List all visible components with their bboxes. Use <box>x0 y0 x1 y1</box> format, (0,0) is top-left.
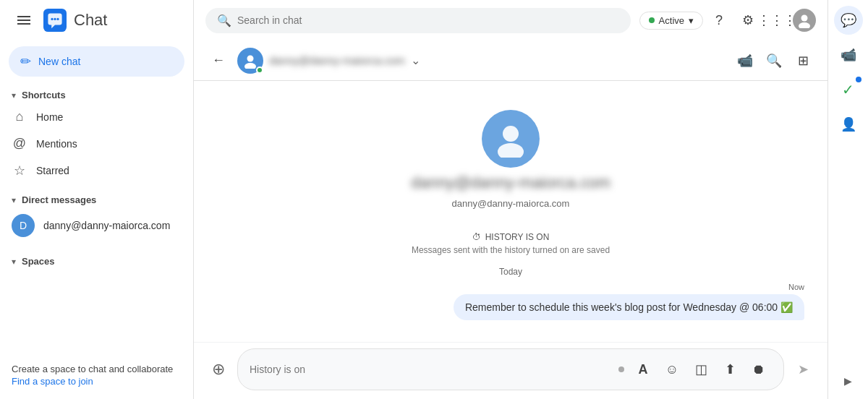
dm-avatar-danny: D <box>12 214 35 237</box>
messages-area: Now Remember to schedule this week's blo… <box>205 283 816 320</box>
right-sidebar-meet-button[interactable]: 📹 <box>834 40 863 69</box>
svg-point-8 <box>503 126 519 142</box>
upload-icon: ⬆ <box>725 361 736 377</box>
help-button[interactable]: ? <box>706 7 732 33</box>
svg-point-7 <box>244 63 256 69</box>
help-icon: ? <box>715 13 723 28</box>
app-title: Chat <box>74 11 107 30</box>
spaces-chevron-icon: ▾ <box>12 257 16 267</box>
top-bar: 🔍 Active ▾ ? ⚙ ⋮⋮⋮ <box>194 0 827 40</box>
apps-icon: ⋮⋮⋮ <box>757 12 796 28</box>
back-icon: ← <box>212 53 225 68</box>
find-space-link[interactable]: Find a space to join <box>12 376 93 387</box>
svg-point-1 <box>51 18 53 20</box>
history-on-row: ⏱ HISTORY IS ON <box>472 232 550 242</box>
status-chevron-icon: ▾ <box>689 15 694 26</box>
profile-avatar-large <box>482 110 540 168</box>
dm-name-danny: danny@danny-maiorca.com <box>43 220 170 231</box>
main-content: 🔍 Active ▾ ? ⚙ ⋮⋮⋮ <box>194 0 827 399</box>
app-logo-icon <box>43 9 67 32</box>
message-time: Now <box>788 283 804 291</box>
shortcuts-chevron-icon: ▾ <box>12 90 16 100</box>
mentions-label: Mentions <box>36 138 77 150</box>
search-icon: 🔍 <box>217 14 231 27</box>
sidebar-header: Chat <box>0 0 193 40</box>
input-right-icons: A ☺ ◫ ⬆ ⏺ <box>630 356 772 382</box>
history-sub-text: Messages sent with the history turned on… <box>412 245 610 255</box>
new-chat-icon: ✏ <box>20 53 31 69</box>
tasks-badge <box>856 77 861 82</box>
right-sidebar-expand[interactable]: ▶ <box>844 374 852 393</box>
right-sidebar-expand-icon: ▶ <box>844 375 852 387</box>
input-dot <box>618 366 624 372</box>
new-chat-label: New chat <box>38 56 80 67</box>
history-on-label: HISTORY IS ON <box>485 232 550 242</box>
shortcuts-label: Shortcuts <box>22 90 66 100</box>
user-avatar[interactable] <box>793 9 816 32</box>
sticker-icon: ◫ <box>695 361 707 377</box>
starred-label: Starred <box>36 165 69 176</box>
video-message-icon: ⏺ <box>752 362 765 377</box>
svg-point-6 <box>247 55 254 61</box>
right-sidebar-tasks-icon: ✓ <box>842 81 854 98</box>
today-label: Today <box>499 267 522 277</box>
mentions-icon: @ <box>12 136 27 151</box>
search-input[interactable] <box>237 14 619 26</box>
spaces-label: Spaces <box>22 256 55 267</box>
direct-messages-section-header[interactable]: ▾ Direct messages <box>0 187 193 208</box>
format-text-icon: A <box>639 362 648 377</box>
right-sidebar-people-icon: 👤 <box>841 116 856 132</box>
send-button[interactable]: ➤ <box>790 356 816 382</box>
svg-point-4 <box>801 15 808 22</box>
contact-status-dot <box>256 66 263 74</box>
right-sidebar-chat-icon: 💬 <box>841 12 856 28</box>
starred-icon: ☆ <box>12 163 27 179</box>
emoji-button[interactable]: ☺ <box>659 356 685 382</box>
back-button[interactable]: ← <box>205 48 231 74</box>
hamburger-menu-button[interactable] <box>12 8 36 33</box>
shortcuts-section-header[interactable]: ▾ Shortcuts <box>0 82 193 103</box>
new-chat-button[interactable]: ✏ New chat <box>9 46 184 77</box>
add-attachment-button[interactable]: ⊕ <box>205 356 231 382</box>
message-input[interactable] <box>250 364 613 375</box>
message-text: Remember to schedule this week's blog po… <box>465 301 793 313</box>
upload-button[interactable]: ⬆ <box>717 356 743 382</box>
video-call-button[interactable]: 📹 <box>732 48 758 74</box>
apps-button[interactable]: ⋮⋮⋮ <box>764 7 790 33</box>
contact-profile: danny@danny-maiorca.com danny@danny-maio… <box>411 93 610 220</box>
chat-header-actions: 📹 🔍 ⊞ <box>732 48 816 74</box>
profile-name-blurred: danny@danny-maiorca.com <box>411 173 610 192</box>
sidebar-item-starred[interactable]: ☆ Starred <box>0 157 184 184</box>
history-indicator: ⏱ HISTORY IS ON Messages sent with the h… <box>412 232 610 255</box>
chat-body: danny@danny-maiorca.com danny@danny-maio… <box>194 81 827 342</box>
user-avatar-icon <box>796 12 812 28</box>
status-pill[interactable]: Active ▾ <box>639 12 703 30</box>
message-input-box[interactable]: A ☺ ◫ ⬆ ⏺ <box>237 348 784 390</box>
search-box[interactable]: 🔍 <box>205 8 631 33</box>
right-sidebar-people-button[interactable]: 👤 <box>834 110 863 139</box>
sidebar-footer: Create a space to chat and collaborate F… <box>0 352 193 399</box>
spaces-section-header[interactable]: ▾ Spaces <box>0 249 193 270</box>
right-sidebar-chat-button[interactable]: 💬 <box>834 6 863 35</box>
dm-chevron-icon: ▾ <box>12 195 16 205</box>
svg-point-2 <box>54 18 56 20</box>
video-message-button[interactable]: ⏺ <box>746 356 772 382</box>
home-icon: ⌂ <box>12 109 27 124</box>
svg-point-9 <box>498 143 524 158</box>
dm-item-danny[interactable]: D danny@danny-maiorca.com <box>0 208 193 243</box>
profile-email: danny@danny-maiorca.com <box>452 198 570 209</box>
search-chat-button[interactable]: 🔍 <box>761 48 787 74</box>
right-sidebar-tasks-button[interactable]: ✓ <box>834 75 863 104</box>
sticker-button[interactable]: ◫ <box>688 356 714 382</box>
contact-expand-icon[interactable]: ⌄ <box>411 53 420 67</box>
sidebar-item-home[interactable]: ⌂ Home <box>0 103 184 130</box>
right-sidebar-meet-icon: 📹 <box>841 47 856 63</box>
fullscreen-icon: ⊞ <box>798 53 809 69</box>
sidebar-item-mentions[interactable]: @ Mentions <box>0 130 184 157</box>
fullscreen-button[interactable]: ⊞ <box>790 48 816 74</box>
profile-avatar-icon <box>492 120 529 158</box>
top-right-icons: Active ▾ ? ⚙ ⋮⋮⋮ <box>639 7 816 33</box>
home-label: Home <box>36 111 63 123</box>
chat-input-area: ⊕ A ☺ ◫ ⬆ ⏺ <box>194 342 827 399</box>
format-text-button[interactable]: A <box>630 356 656 382</box>
